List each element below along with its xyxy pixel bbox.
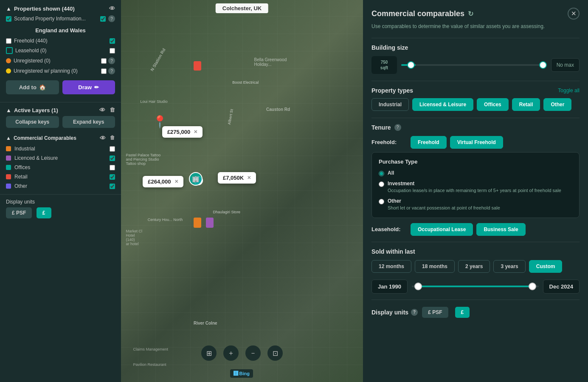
map-text-1: Bella GreenwoodHoliday... bbox=[254, 57, 287, 67]
comp-collapse-arrow[interactable]: ▲ bbox=[6, 135, 11, 141]
price-1-value: £275,000 bbox=[167, 129, 190, 135]
unregistered-planning-row: Unregistered w/ planning (0) ? bbox=[6, 66, 115, 76]
comp-eye-icon[interactable]: 👁 bbox=[100, 135, 106, 141]
layer-licenced-leisure: Licenced & Leisure bbox=[6, 153, 115, 163]
collapse-keys-button[interactable]: Collapse keys bbox=[6, 116, 59, 128]
map-background[interactable]: Colchester, UK N Station Rd Albert St Ca… bbox=[121, 0, 363, 382]
tenure-title: Tenure bbox=[371, 124, 391, 131]
unregistered-info-icon[interactable]: ? bbox=[108, 57, 115, 64]
road-label-2: Albert St bbox=[227, 108, 234, 125]
leasehold-row: Leasehold (0) bbox=[6, 45, 115, 56]
close-popup-1[interactable]: ✕ bbox=[194, 129, 197, 135]
map-text-4: Pastel Palace Tattooand Piercing StudioT… bbox=[126, 153, 160, 166]
freehold-checkbox-right[interactable] bbox=[110, 38, 115, 44]
map-zoom-in-button[interactable]: ＋ bbox=[223, 345, 239, 361]
toggle-all-link[interactable]: Toggle all bbox=[558, 88, 580, 93]
date-slider-right-thumb[interactable] bbox=[529, 283, 536, 290]
licenced-checkbox[interactable] bbox=[110, 156, 115, 161]
scotland-checkbox[interactable] bbox=[6, 16, 11, 22]
purchase-investment-radio[interactable] bbox=[379, 181, 384, 187]
refresh-icon[interactable]: ↻ bbox=[468, 10, 473, 18]
close-panel-button[interactable]: ✕ bbox=[568, 8, 580, 20]
draw-button[interactable]: Draw ✏ bbox=[62, 80, 115, 94]
map-target-button[interactable]: ⊡ bbox=[267, 345, 283, 361]
red-rect-1[interactable] bbox=[194, 61, 201, 71]
sold-custom[interactable]: Custom bbox=[529, 260, 563, 273]
purchase-all-radio[interactable] bbox=[379, 171, 384, 176]
right-panel: Commercial comparables ↻ ✕ Use comparabl… bbox=[363, 0, 588, 382]
other-checkbox[interactable] bbox=[110, 184, 115, 189]
panel-unit-psf-button[interactable]: £ PSF bbox=[422, 307, 448, 318]
occupational-lease-btn[interactable]: Occupational Lease bbox=[411, 223, 473, 236]
prop-type-other[interactable]: Other bbox=[543, 98, 571, 111]
active-layers-label: Active Layers (1) bbox=[14, 107, 58, 113]
orange-rect-1[interactable] bbox=[194, 218, 201, 228]
scotland-info-icon[interactable]: ? bbox=[108, 15, 115, 22]
map-text-2: Boost Electrical bbox=[232, 80, 259, 85]
left-sidebar: ▲ Properties shown (440) 👁 Scotland Prop… bbox=[0, 0, 121, 382]
unregistered-checkbox[interactable] bbox=[101, 58, 107, 64]
business-sale-btn[interactable]: Business Sale bbox=[476, 223, 525, 236]
scotland-label: Scotland Property Information... bbox=[14, 16, 86, 22]
freehold-checkbox-left[interactable] bbox=[6, 38, 11, 44]
sold-18-months[interactable]: 18 months bbox=[415, 260, 455, 273]
leasehold-checkbox[interactable] bbox=[110, 48, 115, 54]
purchase-type-title: Purchase Type bbox=[379, 158, 572, 165]
virtual-freehold-btn[interactable]: Virtual Freehold bbox=[450, 136, 503, 149]
tenure-info-icon[interactable]: ? bbox=[394, 124, 401, 131]
map-container: Colchester, UK N Station Rd Albert St Ca… bbox=[121, 0, 363, 382]
date-from-box: Jan 1990 bbox=[371, 280, 408, 294]
retail-checkbox[interactable] bbox=[110, 174, 115, 180]
unit-gbp-button[interactable]: £ bbox=[37, 207, 51, 218]
unreg-planning-info-icon[interactable]: ? bbox=[108, 68, 115, 74]
panel-unit-gbp-button[interactable]: £ bbox=[455, 307, 470, 318]
purchase-other-radio[interactable] bbox=[379, 199, 384, 204]
date-range-slider[interactable] bbox=[412, 286, 539, 287]
retail-dot bbox=[6, 174, 11, 179]
sold-3-years[interactable]: 3 years bbox=[493, 260, 525, 273]
industrial-checkbox[interactable] bbox=[110, 146, 115, 152]
purple-rect-1[interactable] bbox=[206, 218, 214, 228]
layers-eye-icon[interactable]: 👁 bbox=[99, 107, 105, 113]
panel-subtitle: Use comparables to determine the value o… bbox=[371, 23, 580, 30]
offices-checkbox[interactable] bbox=[110, 165, 115, 170]
building-size-slider[interactable] bbox=[401, 64, 547, 66]
no-max-box: No max bbox=[551, 58, 580, 72]
collapse-arrow[interactable]: ▲ bbox=[6, 6, 11, 12]
map-circle-1[interactable]: 🏢 bbox=[189, 172, 203, 186]
sold-2-years[interactable]: 2 years bbox=[458, 260, 490, 273]
expand-keys-button[interactable]: Expand keys bbox=[62, 116, 115, 128]
sold-within-title: Sold within last bbox=[371, 248, 580, 255]
unreg-planning-checkbox[interactable] bbox=[101, 68, 107, 74]
size-slider-thumb-right[interactable] bbox=[539, 61, 547, 69]
price-2-value: £264,000 bbox=[148, 178, 171, 185]
prop-type-licensed[interactable]: Licensed & Leisure bbox=[412, 98, 473, 111]
scotland-checkbox2[interactable] bbox=[100, 16, 106, 22]
prop-type-offices[interactable]: Offices bbox=[477, 98, 509, 111]
add-to-button[interactable]: Add to 🏠 bbox=[6, 80, 59, 94]
price-popup-3[interactable]: £7,050K ✕ bbox=[218, 172, 256, 184]
close-popup-2[interactable]: ✕ bbox=[174, 179, 178, 184]
map-marker-group-1[interactable]: 🏢 bbox=[189, 172, 203, 186]
unit-psf-button[interactable]: £ PSF bbox=[6, 207, 32, 218]
map-text-7: Century Hou... North bbox=[148, 218, 183, 222]
freehold-btn[interactable]: Freehold bbox=[411, 136, 447, 149]
size-slider-thumb-left[interactable] bbox=[407, 61, 415, 69]
close-popup-3[interactable]: ✕ bbox=[247, 175, 251, 181]
date-slider-left-thumb[interactable] bbox=[414, 283, 422, 290]
location-pin[interactable]: 📍 bbox=[152, 115, 167, 129]
map-layers-button[interactable]: ⊞ bbox=[201, 345, 217, 361]
map-zoom-out-button[interactable]: － bbox=[245, 345, 261, 361]
eye-icon[interactable]: 👁 bbox=[109, 5, 115, 12]
comp-delete-icon[interactable]: 🗑 bbox=[110, 135, 115, 141]
price-popup-1[interactable]: £275,000 ✕ bbox=[162, 126, 203, 138]
sold-12-months[interactable]: 12 months bbox=[371, 260, 411, 273]
prop-type-industrial[interactable]: Industrial bbox=[371, 98, 409, 111]
bing-logo-area: 🅱 Bing bbox=[230, 369, 253, 378]
offices-dot bbox=[6, 165, 11, 170]
prop-type-retail[interactable]: Retail bbox=[512, 98, 540, 111]
display-units-info-icon[interactable]: ? bbox=[411, 309, 418, 316]
price-popup-2[interactable]: £264,000 ✕ bbox=[143, 176, 183, 187]
layers-collapse-arrow[interactable]: ▲ bbox=[6, 107, 11, 113]
layers-delete-icon[interactable]: 🗑 bbox=[110, 107, 115, 113]
